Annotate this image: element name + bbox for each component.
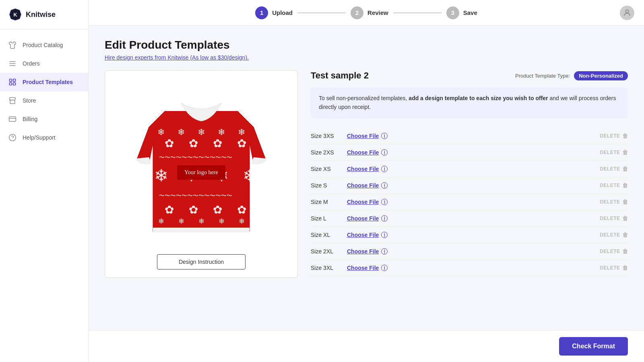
svg-text:✿: ✿ <box>165 204 174 216</box>
template-type-label: Product Template Type: <box>515 73 570 79</box>
delete-btn-l[interactable]: DELETE 🗑 <box>600 215 628 222</box>
step-3-label: Save <box>463 9 477 16</box>
svg-rect-8 <box>13 83 16 85</box>
size-row-2xl: Size 2XL Choose File i DELETE 🗑 <box>311 243 628 260</box>
right-panel: Test sample 2 Product Template Type: Non… <box>311 70 628 276</box>
billing-icon <box>8 115 17 123</box>
info-text-bold: add a design template to each size you w… <box>409 95 548 101</box>
info-icon-xl[interactable]: i <box>381 232 388 238</box>
info-icon-xs[interactable]: i <box>381 166 388 172</box>
step-2-label: Review <box>367 9 388 16</box>
choose-file-link-2xl[interactable]: Choose File i <box>347 248 388 255</box>
sidebar-item-billing[interactable]: Billing <box>0 110 88 128</box>
svg-text:〜〜〜〜〜〜〜〜〜〜〜〜〜: 〜〜〜〜〜〜〜〜〜〜〜〜〜 <box>159 192 232 199</box>
size-row-s: Size S Choose File i DELETE 🗑 <box>311 177 628 194</box>
choose-file-link-xs[interactable]: Choose File i <box>347 166 388 172</box>
main-area: 1 Upload 2 Review 3 Save Edit Product Te… <box>89 0 644 362</box>
info-icon-l[interactable]: i <box>381 215 388 222</box>
svg-text:〜〜〜〜〜〜〜〜〜〜〜〜〜: 〜〜〜〜〜〜〜〜〜〜〜〜〜 <box>159 154 232 160</box>
bottom-bar: Check Format <box>89 330 644 362</box>
delete-btn-xs[interactable]: DELETE 🗑 <box>600 166 628 172</box>
store-icon <box>8 96 17 105</box>
choose-file-link-xl[interactable]: Choose File i <box>347 232 388 238</box>
delete-btn-2xs[interactable]: DELETE 🗑 <box>600 149 628 156</box>
sweater-image: ❄ ❄ ❄ ❄ ❄ ✿ ✿ ✿ ✿ 〜〜〜〜〜〜〜〜〜〜〜〜〜 ❄ ❄ <box>129 79 274 248</box>
delete-btn-2xl[interactable]: DELETE 🗑 <box>600 248 628 255</box>
non-personalized-badge: Non-Personalized <box>574 71 628 80</box>
svg-text:✿: ✿ <box>165 137 174 150</box>
choose-file-link-s[interactable]: Choose File i <box>347 182 388 189</box>
svg-text:❄: ❄ <box>238 127 245 137</box>
sidebar-label-billing: Billing <box>23 116 37 122</box>
product-header: Test sample 2 Product Template Type: Non… <box>311 70 628 81</box>
size-label-2xl: Size 2XL <box>311 248 347 255</box>
logo-text: Knitwise <box>26 10 56 19</box>
step-3: 3 Save <box>446 6 477 19</box>
size-label-3xl: Size 3XL <box>311 265 347 271</box>
sidebar-item-orders[interactable]: Orders <box>0 54 88 73</box>
trash-icon-3xl: 🗑 <box>622 265 628 271</box>
help-icon <box>8 133 17 142</box>
delete-btn-m[interactable]: DELETE 🗑 <box>600 199 628 205</box>
trash-icon-l: 🗑 <box>622 215 628 222</box>
info-icon-3xl[interactable]: i <box>381 265 388 271</box>
svg-text:❄: ❄ <box>239 217 245 225</box>
trash-icon-xs: 🗑 <box>622 166 628 172</box>
info-icon-m[interactable]: i <box>381 199 388 205</box>
sidebar: K Knitwise Product Catalog Orders <box>0 0 89 362</box>
user-avatar[interactable] <box>620 6 634 20</box>
sidebar-label-product-templates: Product Templates <box>23 79 73 85</box>
trash-icon-2xl: 🗑 <box>622 248 628 255</box>
sidebar-item-product-catalog[interactable]: Product Catalog <box>0 36 88 54</box>
info-icon-3xs[interactable]: i <box>381 133 388 139</box>
delete-btn-3xs[interactable]: DELETE 🗑 <box>600 133 628 139</box>
svg-text:❄: ❄ <box>218 127 225 137</box>
size-label-2xs: Size 2XS <box>311 149 347 156</box>
hire-link[interactable]: Hire design experts from Knitwise (As lo… <box>105 54 249 61</box>
info-icon-2xl[interactable]: i <box>381 248 388 255</box>
delete-btn-s[interactable]: DELETE 🗑 <box>600 182 628 189</box>
delete-btn-xl[interactable]: DELETE 🗑 <box>600 232 628 238</box>
trash-icon-s: 🗑 <box>622 182 628 189</box>
size-row-2xs: Size 2XS Choose File i DELETE 🗑 <box>311 144 628 161</box>
svg-text:✿: ✿ <box>189 204 198 216</box>
check-format-button[interactable]: Check Format <box>559 337 628 356</box>
step-line-1 <box>297 12 346 13</box>
choose-file-link-m[interactable]: Choose File i <box>347 199 388 205</box>
size-row-xl: Size XL Choose File i DELETE 🗑 <box>311 227 628 243</box>
delete-btn-3xl[interactable]: DELETE 🗑 <box>600 265 628 271</box>
svg-text:❄: ❄ <box>219 217 225 225</box>
size-label-l: Size L <box>311 215 347 222</box>
choose-file-link-3xl[interactable]: Choose File i <box>347 265 388 271</box>
topbar: 1 Upload 2 Review 3 Save <box>89 0 644 26</box>
sidebar-item-store[interactable]: Store <box>0 91 88 110</box>
size-row-3xs: Size 3XS Choose File i DELETE 🗑 <box>311 128 628 144</box>
size-label-s: Size S <box>311 182 347 189</box>
design-instruction-button[interactable]: Design Instruction <box>157 254 246 269</box>
svg-text:❄: ❄ <box>158 217 164 225</box>
info-box: To sell non-personalized templates, add … <box>311 87 628 118</box>
svg-text:❄: ❄ <box>178 127 185 137</box>
choose-file-link-2xs[interactable]: Choose File i <box>347 149 388 156</box>
content-area: Edit Product Templates Hire design exper… <box>89 26 644 330</box>
info-icon-s[interactable]: i <box>381 182 388 189</box>
choose-file-link-l[interactable]: Choose File i <box>347 215 388 222</box>
svg-text:❄: ❄ <box>198 217 204 225</box>
info-text-plain: To sell non-personalized templates, <box>319 95 409 101</box>
step-1-circle: 1 <box>255 6 268 19</box>
svg-rect-9 <box>9 117 16 121</box>
shirt-icon <box>8 41 17 49</box>
step-line-2 <box>393 12 442 13</box>
svg-text:❄: ❄ <box>154 166 168 185</box>
choose-file-link-3xs[interactable]: Choose File i <box>347 133 388 139</box>
trash-icon-3xs: 🗑 <box>622 133 628 139</box>
info-icon-2xs[interactable]: i <box>381 149 388 156</box>
sidebar-item-product-templates[interactable]: Product Templates <box>0 73 88 91</box>
size-label-xl: Size XL <box>311 232 347 238</box>
templates-icon <box>8 78 17 86</box>
step-3-circle: 3 <box>446 6 459 19</box>
sidebar-label-orders: Orders <box>23 60 40 67</box>
sidebar-item-help[interactable]: Help/Support <box>0 128 88 147</box>
svg-rect-6 <box>13 79 16 82</box>
logo-area: K Knitwise <box>0 0 88 29</box>
